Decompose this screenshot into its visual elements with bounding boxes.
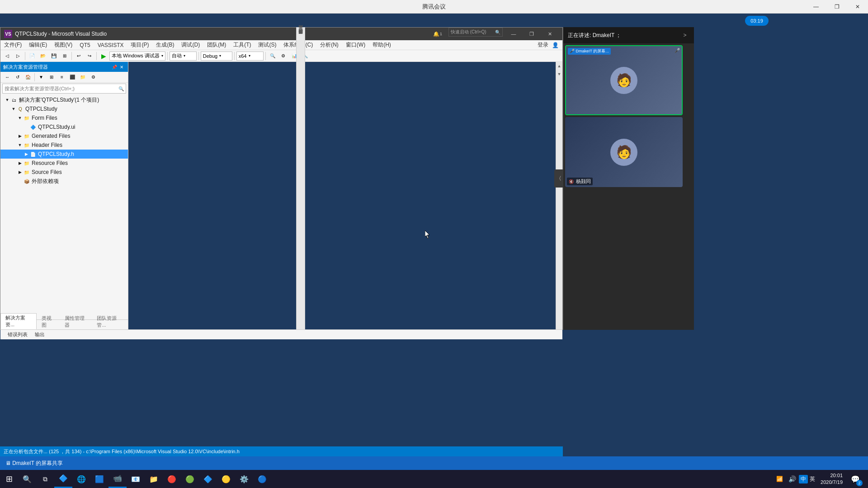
- se-tab-property[interactable]: 属性管理器: [60, 314, 92, 329]
- app-btn-1[interactable]: 📧: [127, 470, 145, 488]
- vs-login-btn[interactable]: 登录: [538, 41, 552, 49]
- toolbar-saveall-btn[interactable]: ⊞: [60, 51, 70, 61]
- configuration-dropdown[interactable]: Debug ▾: [201, 52, 232, 61]
- se-tab-solution[interactable]: 解决方案资...: [0, 313, 37, 329]
- toolbar-undo-btn[interactable]: ↩: [74, 51, 84, 61]
- se-collapse-btn[interactable]: ⊞: [47, 72, 57, 82]
- menu-qt5[interactable]: QT5: [76, 40, 94, 50]
- menu-test[interactable]: 测试(S): [255, 40, 280, 50]
- search-button[interactable]: 🔍: [18, 470, 36, 488]
- toolbar-btn-2[interactable]: ⚙: [278, 51, 288, 61]
- error-list-tab[interactable]: 错误列表: [4, 330, 31, 339]
- tree-project[interactable]: ▼ Q QTPCLStudy: [0, 104, 128, 113]
- se-tab-team[interactable]: 团队资源管...: [92, 314, 128, 329]
- se-newfile-btn[interactable]: ⬛: [67, 72, 77, 82]
- teams-taskbar-btn[interactable]: 🟦: [90, 470, 108, 488]
- menu-window[interactable]: 窗口(W): [342, 40, 369, 50]
- menu-help[interactable]: 帮助(H): [369, 40, 395, 50]
- lang-btn[interactable]: 英: [808, 475, 817, 483]
- se-sync-btn[interactable]: ↔: [2, 72, 12, 82]
- tm-expand-btn[interactable]: >: [680, 31, 689, 40]
- menu-debug[interactable]: 调试(D): [178, 40, 203, 50]
- browser-taskbar-btn[interactable]: 🌐: [72, 470, 90, 488]
- se-tab-class[interactable]: 类视图: [37, 314, 60, 329]
- toolbar-run-btn[interactable]: ▶: [99, 51, 108, 61]
- rs-btn-1[interactable]: ▲: [556, 63, 562, 69]
- tree-qtpclstudy-h[interactable]: ▶ 📄 QTPCLStudy.h: [0, 150, 128, 159]
- menu-tools[interactable]: 工具(T): [230, 40, 255, 50]
- se-prop-btn[interactable]: ≡: [57, 72, 67, 82]
- tree-resource-files[interactable]: ▶ 📁 Resource Files: [0, 159, 128, 168]
- tree-form-files[interactable]: ▼ 📁 Form Files: [0, 113, 128, 122]
- code-editor-area[interactable]: [128, 62, 556, 329]
- toolbar-back-btn[interactable]: ◁: [2, 51, 12, 61]
- vs-search-box[interactable]: 快速启动 (Ctrl+Q) 🔍: [448, 28, 503, 37]
- run-target-dropdown[interactable]: 本地 Windows 调试器 ▾: [109, 52, 165, 61]
- vs-close-btn[interactable]: ✕: [541, 28, 559, 40]
- vs-account-icon[interactable]: 👤: [552, 42, 562, 48]
- toolbar-btn-1[interactable]: 🔍: [268, 51, 278, 61]
- vs-restore-btn[interactable]: ❐: [523, 28, 541, 40]
- tree-source-files[interactable]: ▶ 📁 Source Files: [0, 168, 128, 177]
- se-filter-btn[interactable]: ▼: [36, 72, 46, 82]
- build-config-dropdown[interactable]: 自动 ▾: [170, 52, 197, 61]
- toolbar-open-btn[interactable]: 📂: [38, 51, 48, 61]
- notification-btn[interactable]: 💬 2: [846, 470, 864, 488]
- minimize-button[interactable]: —: [806, 0, 826, 14]
- vrt-server[interactable]: 服务器资源管理器: [297, 36, 304, 39]
- taskbar-clock[interactable]: 20:01 2020/7/19: [817, 472, 846, 486]
- toolbar-save-btn[interactable]: 💾: [49, 51, 59, 61]
- vs-notification-btn[interactable]: 🔔1: [429, 28, 447, 40]
- close-button[interactable]: ✕: [847, 0, 868, 14]
- toolbar-sep-4: [167, 52, 168, 60]
- vrt-toolbox[interactable]: 工具箱: [297, 31, 304, 35]
- platform-dropdown[interactable]: x64 ▾: [236, 52, 264, 61]
- tree-header-files[interactable]: ▼ 📁 Header Files: [0, 141, 128, 150]
- tree-qtpclstudy-ui[interactable]: 🔷 QTPCLStudy.ui: [0, 122, 128, 131]
- menu-build[interactable]: 生成(B): [152, 40, 178, 50]
- menu-team[interactable]: 团队(M): [203, 40, 230, 50]
- tencent-taskbar-btn[interactable]: 📹: [108, 470, 127, 488]
- vs-minimize-btn[interactable]: —: [505, 28, 523, 40]
- app-btn-4[interactable]: 🟢: [181, 470, 199, 488]
- network-icon[interactable]: 📶: [774, 476, 786, 482]
- app-btn-6[interactable]: 🟡: [217, 470, 235, 488]
- app-btn-8[interactable]: 🔵: [253, 470, 271, 488]
- tree-solution[interactable]: ▼ 🗂 解决方案'QTPCLStudy'(1 个项目): [0, 95, 128, 104]
- restore-button[interactable]: ❐: [826, 0, 847, 14]
- toolbar-forward-btn[interactable]: ▷: [13, 51, 23, 61]
- toolbar-newfile-btn[interactable]: 📄: [27, 51, 37, 61]
- menu-vassistx[interactable]: VASSISTX: [94, 40, 127, 50]
- app-btn-5[interactable]: 🔷: [199, 470, 217, 488]
- menu-analyze[interactable]: 分析(N): [316, 40, 342, 50]
- menu-edit[interactable]: 编辑(E): [25, 40, 51, 50]
- se-showfiles-btn[interactable]: 📁: [78, 72, 88, 82]
- rs-btn-2[interactable]: ▼: [556, 71, 562, 77]
- volume-icon[interactable]: 🔊: [786, 475, 799, 483]
- app-btn-7[interactable]: ⚙️: [235, 470, 253, 488]
- ime-icon[interactable]: 中: [799, 475, 808, 483]
- resource-folder-icon: 📁: [23, 160, 30, 167]
- tm-expand-side-btn[interactable]: 〈: [554, 169, 563, 188]
- se-pending-btn[interactable]: ⚙: [88, 72, 98, 82]
- se-close-btn[interactable]: ✕: [118, 63, 125, 70]
- se-pin-btn[interactable]: 📌: [111, 63, 118, 70]
- menu-file[interactable]: 文件(F): [0, 40, 25, 50]
- se-search-box[interactable]: 🔍: [2, 84, 126, 94]
- start-button[interactable]: ⊞: [0, 470, 18, 488]
- task-view-button[interactable]: ⧉: [36, 470, 54, 488]
- tree-external-deps[interactable]: 📦 外部依赖项: [0, 177, 128, 186]
- header-files-expand-icon: ▼: [17, 142, 23, 148]
- se-home-btn[interactable]: 🏠: [23, 72, 33, 82]
- se-refresh-btn[interactable]: ↺: [13, 72, 23, 82]
- menu-view[interactable]: 视图(V): [51, 40, 76, 50]
- toolbar-redo-btn[interactable]: ↪: [85, 51, 94, 61]
- se-search-input[interactable]: [5, 86, 118, 91]
- app-btn-2[interactable]: 📁: [145, 470, 163, 488]
- app-btn-3[interactable]: 🔴: [163, 470, 181, 488]
- output-tab[interactable]: 输出: [31, 330, 48, 339]
- menu-project[interactable]: 项目(P): [127, 40, 152, 50]
- vs-taskbar-btn[interactable]: 🔷: [54, 470, 72, 488]
- tree-generated-files[interactable]: ▶ 📁 Generated Files: [0, 131, 128, 141]
- notification-badge: 2: [856, 480, 863, 486]
